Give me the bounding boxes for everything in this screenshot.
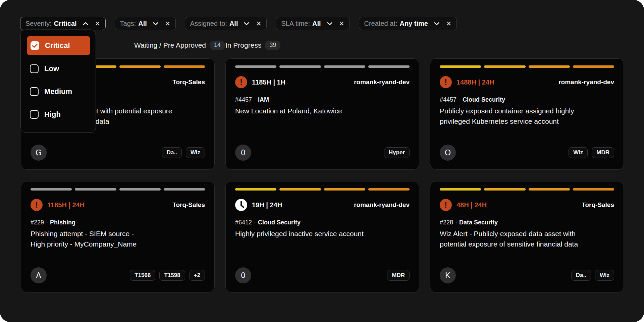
tag-list: Da.. Wiz: [571, 270, 614, 281]
column-header-waiting: Waiting / Pre Approved 14: [134, 40, 225, 51]
card-footer: G Da.. Wiz: [31, 145, 205, 161]
progress-segment: [164, 65, 205, 68]
progress-segment: [279, 188, 321, 191]
incident-card[interactable]: ! 1488H | 24H romank-ryand-dev #4457·Clo…: [430, 58, 624, 170]
dropdown-option-high[interactable]: High: [25, 105, 91, 124]
close-icon[interactable]: ✕: [446, 20, 451, 27]
column-header-in-progress: In Progress 39: [225, 40, 280, 51]
tag-chip: MDR: [387, 270, 410, 281]
progress-segment: [573, 188, 614, 191]
column-title: Waiting / Pre Approved: [134, 41, 206, 49]
tag-overflow-chip[interactable]: +2: [189, 270, 205, 281]
avatar: G: [31, 145, 47, 161]
exclamation-circle-icon: !: [440, 76, 452, 88]
card-header-row: ! 1488H | 24H romank-ryand-dev: [440, 75, 614, 89]
tag-list: Wiz MDR: [569, 147, 614, 158]
card-header-row: ! 1185H | 24H Torq-Sales: [31, 198, 205, 212]
filter-assigned-label: Assigned to:: [190, 20, 227, 28]
avatar: 0: [235, 145, 251, 161]
incident-card[interactable]: ! 48H | 24H Torq-Sales #228·Data Securit…: [430, 181, 624, 292]
incident-card[interactable]: 19H | 24H romank-ryand-dev #6412·Cloud S…: [225, 181, 419, 292]
dot-separator: ·: [453, 219, 459, 226]
checkbox-empty-icon[interactable]: [30, 110, 39, 119]
ticket-id-row: #228·Data Security: [440, 219, 614, 226]
sla-time: 1185H | 1H: [252, 78, 285, 86]
card-header-row: ! 48H | 24H Torq-Sales: [440, 198, 614, 212]
dropdown-option-critical[interactable]: Critical: [27, 36, 90, 55]
close-icon[interactable]: ✕: [165, 20, 170, 27]
chevron-down-icon[interactable]: [327, 22, 333, 25]
ticket-id: #4457: [440, 96, 457, 103]
ticket-id-row: #6412·Cloud Security: [235, 219, 410, 226]
sla-time: 48H | 24H: [457, 201, 487, 209]
sla-time: 1185H | 24H: [47, 201, 85, 209]
ticket-id-row: #229·Phishing: [31, 219, 205, 226]
filter-severity-label: Severity:: [25, 20, 52, 28]
progress-segment: [324, 188, 365, 191]
tag-chip: T1566: [130, 270, 155, 281]
tag-chip: Hyper: [384, 147, 410, 158]
tag-chip: Da..: [571, 270, 591, 281]
assignee-team: romank-ryand-dev: [558, 78, 614, 86]
chevron-down-icon[interactable]: [244, 22, 250, 25]
progress-segment: [164, 188, 205, 191]
tag-chip: T1598: [159, 270, 185, 281]
tag-chip: Wiz: [569, 147, 588, 158]
ticket-category: Data Security: [459, 219, 498, 226]
tag-list: MDR: [387, 270, 410, 281]
chevron-down-icon[interactable]: [153, 22, 159, 25]
close-icon[interactable]: ✕: [256, 20, 261, 27]
progress-segment: [440, 188, 481, 191]
filter-tags[interactable]: Tags: All ✕: [115, 17, 176, 30]
dot-separator: ·: [252, 219, 258, 226]
checkbox-empty-icon[interactable]: [30, 64, 39, 73]
progress-segment: [75, 188, 116, 191]
card-footer: O Wiz MDR: [440, 145, 614, 161]
progress-segment: [368, 188, 410, 191]
option-label: Low: [44, 64, 59, 73]
chevron-up-icon[interactable]: [83, 22, 89, 25]
dropdown-option-medium[interactable]: Medium: [25, 82, 91, 101]
incident-title: Highly privileged inactive service accou…: [235, 228, 410, 239]
close-icon[interactable]: ✕: [95, 20, 100, 27]
incident-title: Wiz Alert - Publicly exposed data asset …: [440, 228, 614, 249]
severity-dropdown-menu: Critical Low Medium High: [20, 30, 96, 133]
dropdown-option-low[interactable]: Low: [25, 59, 91, 78]
incident-card[interactable]: ! 1185H | 1H romank-ryand-dev #4457·IAM …: [225, 58, 419, 170]
filter-created-value: Any time: [399, 20, 428, 28]
tag-chip: Wiz: [186, 147, 205, 158]
assignee-team: romank-ryand-dev: [354, 201, 410, 209]
assignee-team: Torq-Sales: [172, 201, 205, 209]
checkbox-empty-icon[interactable]: [30, 87, 39, 96]
incident-title: Publicly exposed container assigned high…: [440, 106, 614, 126]
checkbox-checked-icon[interactable]: [31, 41, 39, 50]
incident-card[interactable]: ! 1185H | 24H Torq-Sales #229·Phishing P…: [21, 181, 215, 292]
filter-assigned-to[interactable]: Assigned to: All ✕: [185, 17, 267, 30]
dot-separator: ·: [44, 219, 50, 226]
chevron-down-icon[interactable]: [434, 22, 440, 25]
filter-tags-label: Tags:: [120, 20, 136, 28]
sla-progress-bar: [235, 188, 410, 191]
dot-separator: ·: [252, 96, 258, 103]
filter-created-at[interactable]: Created at: Any time ✕: [359, 17, 457, 30]
ticket-category: Cloud Security: [258, 219, 301, 226]
incident-board: Severity: Critical ✕ Tags: All ✕ Assigne…: [0, 0, 644, 322]
filter-sla-time[interactable]: SLA time: All ✕: [276, 17, 350, 30]
ticket-id: #228: [440, 219, 453, 226]
progress-segment: [119, 188, 161, 191]
sla-time: 1488H | 24H: [457, 78, 494, 86]
sla-progress-bar: [31, 188, 205, 191]
ticket-category: IAM: [258, 96, 269, 103]
tag-list: Hyper: [384, 147, 410, 158]
filter-sla-label: SLA time:: [281, 20, 310, 28]
filter-severity[interactable]: Severity: Critical ✕: [20, 17, 106, 30]
ticket-id: #4457: [235, 96, 252, 103]
sla-progress-bar: [440, 65, 614, 68]
card-footer: K Da.. Wiz: [440, 267, 614, 283]
tag-list: Da.. Wiz: [162, 147, 205, 158]
filter-severity-value: Critical: [54, 20, 77, 28]
close-icon[interactable]: ✕: [339, 20, 344, 27]
filter-created-label: Created at:: [364, 20, 397, 28]
tag-chip: Wiz: [595, 270, 614, 281]
progress-segment: [235, 188, 276, 191]
